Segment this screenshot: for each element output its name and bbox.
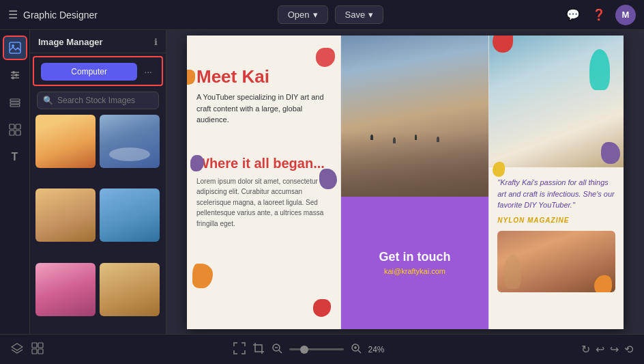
get-in-touch-title: Get in touch bbox=[379, 250, 451, 264]
fullscreen-icon[interactable] bbox=[233, 342, 246, 357]
sidebar-item-elements[interactable] bbox=[3, 117, 27, 142]
svg-line-26 bbox=[358, 350, 361, 353]
svg-point-5 bbox=[12, 71, 15, 74]
svg-rect-8 bbox=[10, 99, 20, 101]
svg-rect-16 bbox=[32, 343, 37, 348]
list-item[interactable] bbox=[100, 188, 160, 242]
quote-section: "Krafty Kai's passion for all things art… bbox=[489, 167, 624, 329]
sidebar-item-images[interactable] bbox=[3, 36, 27, 60]
climbing-photo-top bbox=[341, 36, 488, 197]
bottom-left-tools bbox=[11, 342, 44, 357]
lorem-body: Lorem ipsum dolor sit amet, consectetur … bbox=[196, 176, 331, 229]
panel-tabs: Computer ··· bbox=[33, 56, 163, 86]
canvas-area[interactable]: Meet Kai A YouTuber specializing in DIY … bbox=[166, 30, 644, 334]
brochure-col-1: Meet Kai A YouTuber specializing in DIY … bbox=[187, 36, 340, 329]
sidebar-item-text[interactable]: T bbox=[3, 145, 27, 169]
app-title: Graphic Designer bbox=[23, 10, 98, 20]
panel-header: Image Manager ℹ bbox=[30, 30, 166, 53]
sidebar-icons: T bbox=[0, 30, 30, 334]
climbing-photo-side bbox=[489, 36, 624, 168]
layers-tool-icon[interactable] bbox=[11, 342, 23, 357]
undo-icon[interactable]: ↩ bbox=[596, 343, 604, 356]
bottom-bar: 24% ↻ ↩ ↪ ⟲ bbox=[0, 334, 644, 364]
list-item[interactable] bbox=[35, 115, 96, 168]
email-text: kai@kraftykai.com bbox=[384, 267, 445, 275]
svg-rect-10 bbox=[10, 104, 20, 107]
svg-rect-12 bbox=[16, 124, 20, 129]
panel-title: Image Manager bbox=[38, 37, 103, 47]
image-manager-panel: Image Manager ℹ Computer ··· 🔍 bbox=[30, 30, 166, 334]
history-icon[interactable]: ⟲ bbox=[624, 343, 633, 356]
list-item[interactable] bbox=[35, 188, 96, 242]
svg-rect-14 bbox=[16, 130, 20, 135]
user-avatar[interactable]: M bbox=[615, 5, 636, 25]
svg-rect-9 bbox=[10, 102, 20, 104]
tab-more-button[interactable]: ··· bbox=[141, 65, 155, 79]
svg-line-22 bbox=[279, 350, 282, 353]
svg-rect-18 bbox=[32, 349, 37, 354]
where-began-title: Where it all began... bbox=[196, 156, 331, 171]
sidebar-item-layers[interactable] bbox=[3, 90, 27, 115]
refresh-icon[interactable]: ↻ bbox=[581, 343, 590, 356]
magazine-text: NYLON MAGAZINE bbox=[497, 216, 615, 224]
list-item[interactable] bbox=[35, 263, 96, 316]
open-button[interactable]: Open ▾ bbox=[278, 5, 328, 24]
meet-kai-title: Meet Kai bbox=[196, 67, 331, 87]
tab-computer[interactable]: Computer bbox=[41, 63, 137, 81]
quote-text: "Krafty Kai's passion for all things art… bbox=[497, 177, 615, 211]
svg-point-7 bbox=[12, 76, 14, 79]
crop-icon[interactable] bbox=[252, 342, 265, 357]
svg-rect-17 bbox=[38, 343, 43, 348]
svg-marker-15 bbox=[12, 344, 23, 350]
grid-tool-icon[interactable] bbox=[31, 342, 44, 357]
topbar-left: ☰ Graphic Designer bbox=[8, 8, 98, 21]
list-item[interactable] bbox=[100, 263, 160, 316]
svg-rect-13 bbox=[10, 130, 14, 135]
search-input[interactable] bbox=[57, 96, 160, 105]
topbar-right: 💬 ❓ M bbox=[564, 5, 636, 25]
get-in-touch-section: Get in touch kai@kraftykai.com bbox=[341, 197, 488, 329]
svg-rect-0 bbox=[10, 42, 20, 53]
search-icon: 🔍 bbox=[43, 96, 53, 105]
zoom-in-icon[interactable] bbox=[351, 343, 362, 356]
menu-icon[interactable]: ☰ bbox=[8, 8, 18, 21]
topbar: ☰ Graphic Designer Open ▾ Save ▾ 💬 ❓ M bbox=[0, 0, 644, 30]
list-item[interactable] bbox=[100, 115, 160, 168]
zoom-out-icon[interactable] bbox=[272, 343, 282, 356]
svg-rect-11 bbox=[10, 124, 14, 129]
bottom-center-tools: 24% bbox=[233, 342, 392, 357]
main-area: T Image Manager ℹ Computer ··· 🔍 bbox=[0, 30, 644, 334]
panel-info-icon[interactable]: ℹ bbox=[154, 37, 158, 47]
svg-rect-19 bbox=[38, 349, 43, 354]
redo-icon[interactable]: ↪ bbox=[610, 343, 619, 356]
sidebar-item-adjustments[interactable] bbox=[3, 63, 27, 87]
zoom-percentage: 24% bbox=[368, 345, 392, 354]
meet-kai-body: A YouTuber specializing in DIY art and c… bbox=[196, 92, 331, 126]
image-grid bbox=[30, 115, 166, 334]
zoom-slider[interactable] bbox=[289, 348, 344, 350]
brochure-col-2: Get in touch kai@kraftykai.com bbox=[340, 36, 488, 329]
topbar-center: Open ▾ Save ▾ bbox=[104, 5, 557, 24]
help-icon[interactable]: ❓ bbox=[589, 5, 609, 24]
save-button[interactable]: Save ▾ bbox=[335, 5, 384, 24]
brochure-canvas[interactable]: Meet Kai A YouTuber specializing in DIY … bbox=[187, 36, 624, 329]
brochure-col-3: "Krafty Kai's passion for all things art… bbox=[488, 36, 624, 329]
bottom-right-tools: ↻ ↩ ↪ ⟲ bbox=[581, 343, 633, 356]
chat-icon[interactable]: 💬 bbox=[564, 5, 583, 24]
search-bar: 🔍 bbox=[37, 92, 159, 109]
svg-point-6 bbox=[15, 74, 18, 76]
